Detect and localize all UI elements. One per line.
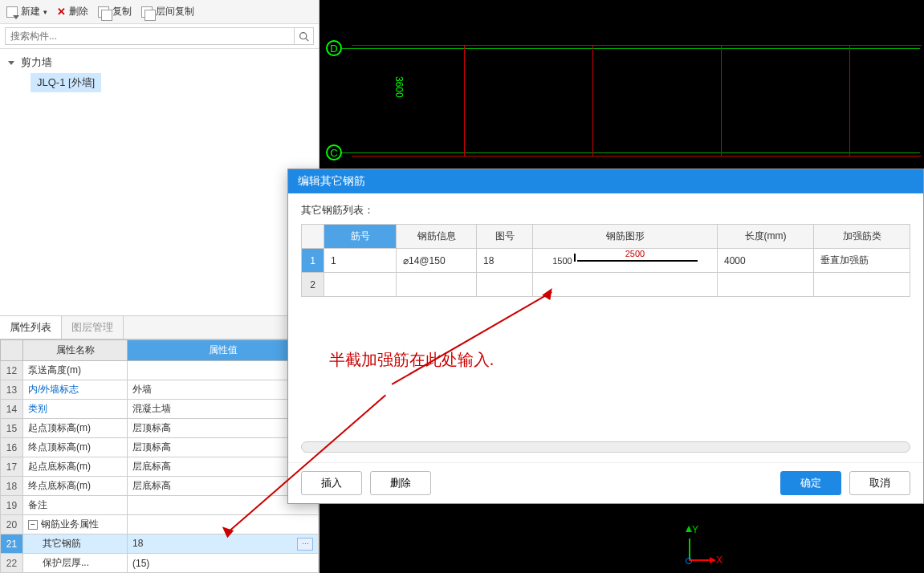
- gridline-v1: [464, 45, 465, 156]
- gridline-c: [342, 152, 920, 153]
- copy-button[interactable]: 复制: [98, 5, 132, 18]
- property-table: 属性名称 属性值 12泵送高度(m)13内/外墙标志外墙14类别混凝土墙15起点…: [0, 339, 319, 573]
- rebar-corner-header: [302, 225, 324, 249]
- prop-row[interactable]: 17起点底标高(m)层底标高: [1, 457, 319, 477]
- rebar-len-header[interactable]: 长度(mm): [718, 225, 814, 249]
- prop-name: 保护层厚...: [23, 554, 128, 573]
- delete-button[interactable]: ✕ 删除: [57, 5, 88, 18]
- wall-bot: [352, 156, 922, 156]
- prop-name: 泵送高度(m): [23, 361, 128, 380]
- left-panel: 新建 ▾ ✕ 删除 复制 层间复制 剪: [0, 0, 320, 573]
- prop-row[interactable]: 19备注: [1, 496, 319, 515]
- grid-label-d: D: [326, 40, 342, 56]
- prop-value[interactable]: 18⋯: [128, 534, 319, 554]
- new-label: 新建: [21, 5, 40, 18]
- search-input[interactable]: [5, 27, 295, 45]
- search-icon[interactable]: [295, 27, 314, 45]
- rebar-num-header[interactable]: 筋号: [324, 225, 397, 249]
- rebar-type-cell[interactable]: [814, 273, 910, 297]
- prop-name: 终点顶标高(m): [23, 438, 128, 457]
- axis-indicator: Y X: [681, 529, 713, 561]
- new-button[interactable]: 新建 ▾: [6, 5, 47, 18]
- rownum: 16: [1, 438, 23, 457]
- delete-icon: ✕: [57, 6, 66, 18]
- prop-name: 内/外墙标志: [23, 380, 128, 400]
- layer-copy-icon: [141, 6, 153, 18]
- ellipsis-button[interactable]: ⋯: [297, 538, 313, 551]
- rebar-type-header[interactable]: 加强筋类: [814, 225, 910, 249]
- rebar-shape-cell[interactable]: [533, 273, 718, 297]
- tab-properties[interactable]: 属性列表: [0, 316, 62, 339]
- prop-name: 其它钢筋: [23, 534, 128, 554]
- rebar-info-header[interactable]: 钢筋信息: [397, 225, 477, 249]
- dialog-title: 编辑其它钢筋: [288, 169, 923, 193]
- rebar-row[interactable]: 11⌀14@15018150025004000垂直加强筋: [302, 249, 910, 273]
- annotation-text: 半截加强筋在此处输入.: [329, 349, 494, 371]
- axis-x-label: X: [716, 555, 723, 566]
- rownum: 17: [1, 457, 23, 477]
- prop-row[interactable]: 16终点顶标高(m)层顶标高: [1, 438, 319, 457]
- rebar-info-cell[interactable]: [397, 273, 477, 297]
- dropdown-caret-icon: ▾: [43, 8, 47, 16]
- rownum: 12: [1, 361, 23, 380]
- prop-name: 终点底标高(m): [23, 477, 128, 496]
- rebar-table: 筋号 钢筋信息 图号 钢筋图形 长度(mm) 加强筋类 11⌀14@150181…: [301, 224, 910, 297]
- rebar-shape-cell[interactable]: 15002500: [533, 249, 718, 273]
- grid-label-c: C: [326, 144, 342, 161]
- rownum-header: [1, 340, 23, 361]
- toolbar: 新建 ▾ ✕ 删除 复制 层间复制: [0, 0, 319, 24]
- rownum: 18: [1, 477, 23, 496]
- search-row: [0, 24, 319, 49]
- prop-value[interactable]: (15): [128, 554, 319, 573]
- copy-icon: [98, 6, 109, 18]
- delete-label: 删除: [69, 5, 88, 18]
- rebar-num-cell[interactable]: [324, 273, 397, 297]
- rownum: 21: [1, 534, 23, 554]
- ok-button[interactable]: 确定: [780, 471, 841, 495]
- prop-row[interactable]: 20−钢筋业务属性: [1, 515, 319, 534]
- prop-row[interactable]: 21其它钢筋18⋯: [1, 534, 319, 554]
- prop-row[interactable]: 14类别混凝土墙: [1, 400, 319, 419]
- rebar-shape-header[interactable]: 钢筋图形: [533, 225, 718, 249]
- tab-layers[interactable]: 图层管理: [62, 316, 124, 339]
- rebar-len-cell[interactable]: 4000: [718, 249, 814, 273]
- svg-point-0: [300, 32, 307, 39]
- layer-copy-label: 层间复制: [156, 5, 194, 18]
- rownum: 14: [1, 400, 23, 419]
- rownum: 22: [1, 554, 23, 573]
- copy-label: 复制: [112, 5, 132, 18]
- component-tree: 剪力墙 JLQ-1 [外墙]: [0, 49, 319, 99]
- caret-down-icon: [8, 61, 14, 65]
- dimension-3600: 3600: [393, 76, 405, 98]
- horizontal-scrollbar[interactable]: [301, 441, 910, 453]
- rebar-rownum: 2: [302, 273, 324, 297]
- prop-row[interactable]: 22保护层厚...(15): [1, 554, 319, 573]
- tree-root[interactable]: 剪力墙: [8, 54, 311, 71]
- insert-button[interactable]: 插入: [301, 471, 362, 495]
- tree-root-label: 剪力墙: [21, 56, 52, 68]
- prop-name-header: 属性名称: [23, 340, 128, 361]
- edit-other-rebar-dialog: 编辑其它钢筋 其它钢筋列表： 筋号 钢筋信息 图号 钢筋图形 长度(mm) 加强…: [287, 169, 924, 504]
- dialog-delete-button[interactable]: 删除: [370, 471, 431, 495]
- rebar-shape-graphic: 15002500: [539, 256, 710, 266]
- rebar-len-cell[interactable]: [718, 273, 814, 297]
- rebar-info-cell[interactable]: ⌀14@150: [397, 249, 477, 273]
- prop-name: 起点底标高(m): [23, 457, 128, 477]
- prop-row[interactable]: 13内/外墙标志外墙: [1, 380, 319, 400]
- prop-row[interactable]: 12泵送高度(m): [1, 361, 319, 380]
- prop-name: 备注: [23, 496, 128, 515]
- rebar-fig-cell[interactable]: [477, 273, 533, 297]
- cancel-button[interactable]: 取消: [849, 471, 910, 495]
- rownum: 15: [1, 419, 23, 438]
- rebar-row[interactable]: 2: [302, 273, 910, 297]
- rebar-fig-cell[interactable]: 18: [477, 249, 533, 273]
- tree-item-jlq1[interactable]: JLQ-1 [外墙]: [31, 73, 101, 92]
- rebar-fig-header[interactable]: 图号: [477, 225, 533, 249]
- layer-copy-button[interactable]: 层间复制: [141, 5, 194, 18]
- prop-row[interactable]: 15起点顶标高(m)层顶标高: [1, 419, 319, 438]
- rebar-num-cell[interactable]: 1: [324, 249, 397, 273]
- gridline-v4: [849, 45, 850, 156]
- rownum: 20: [1, 515, 23, 534]
- rebar-type-cell[interactable]: 垂直加强筋: [814, 249, 910, 273]
- gridline-d: [342, 48, 920, 49]
